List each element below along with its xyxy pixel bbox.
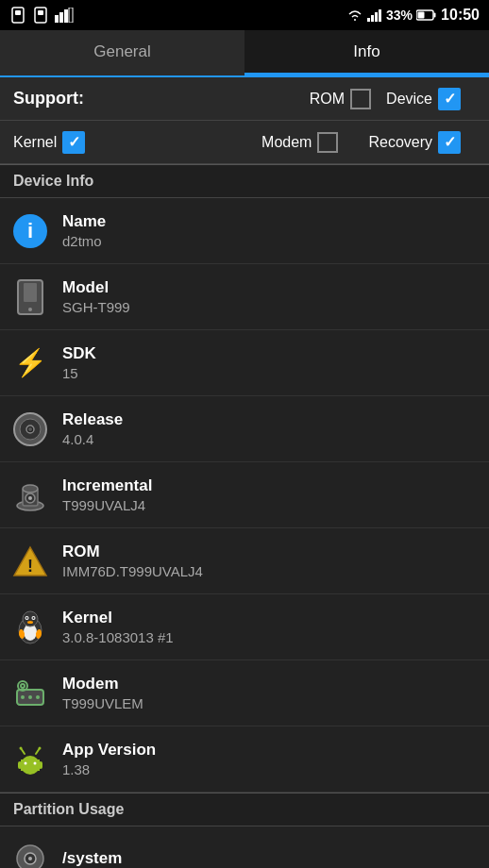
svg-rect-9	[371, 15, 374, 22]
svg-point-26	[28, 496, 32, 500]
cell-signal-icon	[367, 8, 382, 22]
tab-info[interactable]: Info	[244, 30, 489, 75]
modem-icon	[13, 676, 47, 710]
appversion-title: App Version	[62, 741, 156, 760]
svg-point-41	[21, 684, 25, 688]
tux-icon	[13, 609, 47, 645]
tab-general[interactable]: General	[0, 30, 244, 75]
svg-point-51	[34, 761, 37, 764]
appversion-value: 1.38	[62, 761, 156, 777]
battery-text: 33%	[386, 8, 413, 23]
system-title: /system	[62, 849, 122, 868]
partition-header: Partition Usage	[0, 793, 489, 826]
modem-info-value: T999UVLEM	[62, 695, 143, 711]
partition-row-system: /system	[0, 826, 489, 868]
info-row-kernel: Kernel 3.0.8-1083013 #1	[0, 594, 489, 660]
incremental-value: T999UVALJ4	[62, 497, 152, 513]
sdk-value: 15	[62, 365, 96, 381]
svg-rect-14	[418, 12, 425, 19]
svg-point-45	[36, 695, 40, 699]
kernel-checkbox-group[interactable]: Kernel	[13, 131, 85, 154]
battery-icon	[416, 9, 437, 21]
rom-checkbox-group[interactable]: ROM	[310, 89, 371, 109]
info-row-rom: ! ROM IMM76D.T999UVALJ4	[0, 528, 489, 594]
recovery-checkbox-group[interactable]: Recovery	[368, 131, 461, 154]
kernel-info-title: Kernel	[62, 609, 174, 627]
partition-system-text: /system	[62, 849, 122, 868]
svg-rect-47	[21, 760, 40, 771]
incremental-title: Incremental	[62, 476, 152, 495]
svg-rect-16	[24, 283, 37, 302]
info-incremental-text: Incremental T999UVALJ4	[62, 476, 152, 513]
svg-point-31	[23, 611, 38, 626]
modem-info-title: Modem	[62, 675, 143, 693]
svg-point-50	[25, 761, 27, 764]
svg-text:!: !	[27, 557, 33, 576]
time-display: 10:50	[441, 7, 480, 24]
svg-marker-4	[55, 15, 59, 23]
kernel-info-value: 3.0.8-1083013 #1	[62, 629, 174, 645]
svg-rect-13	[434, 13, 436, 18]
release-title: Release	[62, 410, 123, 429]
svg-marker-7	[69, 8, 73, 23]
device-checkbox[interactable]	[438, 88, 461, 110]
info-row-release: Release 4.0.4	[0, 396, 489, 462]
svg-point-34	[26, 617, 28, 619]
svg-point-55	[39, 746, 42, 749]
bolt-icon: ⚡	[14, 347, 47, 378]
support-label: Support:	[13, 89, 84, 108]
sim2-icon	[32, 7, 49, 24]
info-row-modem: Modem T999UVLEM	[0, 660, 489, 726]
svg-point-54	[20, 746, 23, 749]
info-row-name: i Name d2tmo	[0, 198, 489, 264]
tab-bar: General Info	[0, 30, 489, 77]
device-label: Device	[386, 91, 432, 108]
name-value: d2tmo	[62, 233, 106, 249]
clockwork-icon	[12, 477, 48, 513]
status-left	[9, 7, 74, 24]
warning-icon: !	[12, 543, 48, 579]
info-system-icon	[9, 838, 51, 868]
rom-value: IMM76D.T999UVALJ4	[62, 563, 203, 579]
svg-point-43	[21, 695, 25, 699]
modem-label: Modem	[261, 134, 312, 151]
phone-icon	[16, 279, 44, 315]
info-rom-icon: !	[9, 541, 51, 582]
info-sdk-icon: ⚡	[9, 342, 51, 384]
info-appversion-text: App Version 1.38	[62, 741, 156, 777]
info-incremental-icon	[9, 475, 51, 516]
device-checkbox-group[interactable]: Device	[386, 88, 461, 110]
info-sdk-text: SDK 15	[62, 344, 96, 381]
sdk-title: SDK	[62, 344, 96, 363]
info-row-sdk: ⚡ SDK 15	[0, 330, 489, 396]
info-row-appversion: App Version 1.38	[0, 726, 489, 793]
recovery-checkbox[interactable]	[438, 131, 461, 154]
svg-point-44	[28, 695, 32, 699]
system-icon	[13, 842, 47, 868]
release-value: 4.0.4	[62, 431, 123, 447]
svg-marker-6	[64, 9, 68, 23]
support-row-2: Kernel Modem Recovery	[0, 121, 489, 164]
info-model-text: Model SGH-T999	[62, 278, 130, 315]
svg-rect-1	[15, 10, 21, 15]
svg-point-17	[28, 308, 32, 311]
recovery-label: Recovery	[368, 134, 432, 151]
rom-title: ROM	[62, 542, 203, 561]
svg-point-24	[23, 485, 38, 492]
rom-checkbox[interactable]	[350, 89, 371, 109]
info-circle-icon: i	[13, 214, 47, 248]
modem-checkbox-group[interactable]: Modem	[261, 132, 338, 153]
svg-point-36	[27, 621, 33, 624]
sim1-icon	[9, 7, 26, 24]
info-modem-text: Modem T999UVLEM	[62, 675, 143, 711]
modem-checkbox[interactable]	[317, 132, 338, 153]
signal-icon	[55, 8, 74, 23]
wifi-status-icon	[346, 8, 363, 22]
kernel-checkbox[interactable]	[62, 131, 85, 154]
info-rom-text: ROM IMM76D.T999UVALJ4	[62, 542, 203, 579]
svg-rect-49	[39, 761, 42, 769]
svg-point-35	[33, 617, 35, 619]
info-release-icon	[9, 409, 51, 450]
info-kernel-text: Kernel 3.0.8-1083013 #1	[62, 609, 174, 645]
device-info-header: Device Info	[0, 164, 489, 198]
